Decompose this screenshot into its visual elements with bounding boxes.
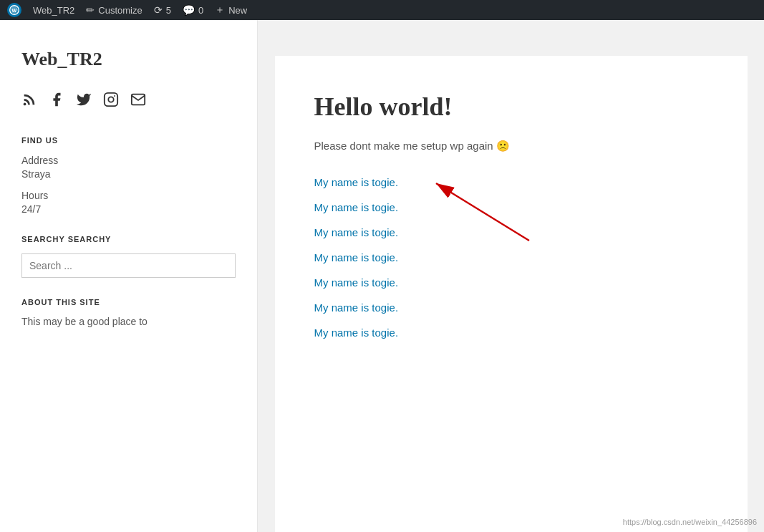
hours-value: 24/7 — [21, 203, 236, 215]
customize-icon: ✏ — [86, 4, 95, 16]
site-name-label: Web_TR2 — [33, 5, 74, 16]
about-title: ABOUT THIS SITE — [21, 298, 236, 306]
sidebar: Web_TR2 — [0, 20, 258, 532]
customize-label: Customize — [98, 5, 142, 16]
customize-button[interactable]: ✏ Customize — [86, 4, 142, 16]
new-button[interactable]: ＋ New — [215, 4, 247, 16]
post-line-1-link[interactable]: My name is togie. — [314, 176, 399, 188]
address-label: Address — [21, 155, 236, 166]
svg-text:W: W — [12, 8, 17, 13]
post-line-7: My name is togie. — [314, 327, 708, 339]
content-card: Hello world! Please dont make me setup w… — [275, 56, 748, 532]
post-title: Hello world! — [314, 92, 708, 122]
updates-count: 5 — [166, 5, 171, 16]
post-line-5-link[interactable]: My name is togie. — [314, 276, 399, 289]
post-line-1: My name is togie. — [314, 176, 708, 188]
post-line-5: My name is togie. — [314, 276, 708, 289]
post-lines: My name is togie. My name is togie. My n… — [314, 176, 708, 352]
post-line-6: My name is togie. — [314, 301, 708, 314]
twitter-icon[interactable] — [76, 92, 92, 111]
updates-button[interactable]: ⟳ 5 — [154, 4, 171, 16]
new-icon: ＋ — [215, 4, 225, 16]
post-line-4: My name is togie. — [314, 251, 708, 263]
updates-icon: ⟳ — [154, 4, 163, 16]
about-section: ABOUT THIS SITE This may be a good place… — [21, 298, 236, 329]
hours-label: Hours — [21, 190, 236, 201]
svg-point-5 — [114, 95, 115, 97]
new-label: New — [228, 5, 247, 16]
search-section: SEARCHY SEARCHY — [21, 235, 236, 278]
post-line-6-link[interactable]: My name is togie. — [314, 301, 399, 314]
search-section-title: SEARCHY SEARCHY — [21, 235, 236, 243]
svg-rect-3 — [105, 93, 117, 106]
comments-button[interactable]: 💬 0 — [183, 4, 203, 16]
instagram-icon[interactable] — [103, 92, 119, 111]
post-line-2-link[interactable]: My name is togie. — [314, 201, 399, 213]
post-line-4-link[interactable]: My name is togie. — [314, 251, 399, 263]
search-input[interactable] — [21, 253, 236, 278]
wp-icon: W — [7, 3, 21, 17]
email-icon[interactable] — [130, 92, 146, 111]
comments-count: 0 — [198, 5, 203, 16]
watermark: https://blog.csdn.net/weixin_44256896 — [623, 518, 757, 526]
comments-icon: 💬 — [183, 4, 195, 16]
svg-point-4 — [108, 97, 113, 102]
post-excerpt: Please dont make me setup wp again 🙁 — [314, 137, 708, 155]
admin-bar: W Web_TR2 ✏ Customize ⟳ 5 💬 0 ＋ New — [0, 0, 764, 20]
address-value: Straya — [21, 168, 236, 180]
post-line-7-link[interactable]: My name is togie. — [314, 327, 399, 339]
social-icons — [21, 92, 236, 111]
main-content: Hello world! Please dont make me setup w… — [258, 20, 764, 532]
wp-logo-button[interactable]: W — [7, 3, 21, 17]
site-title: Web_TR2 — [21, 49, 236, 70]
post-line-2: My name is togie. — [314, 201, 708, 213]
about-text: This may be a good place to — [21, 314, 236, 329]
svg-point-2 — [24, 103, 26, 106]
facebook-icon[interactable] — [49, 92, 64, 111]
page-wrapper: Web_TR2 — [0, 20, 764, 532]
post-line-3-link[interactable]: My name is togie. — [314, 226, 399, 238]
rss-icon[interactable] — [21, 92, 37, 111]
site-name-button[interactable]: Web_TR2 — [33, 5, 74, 16]
find-us-section: FIND US Address Straya Hours 24/7 — [21, 136, 236, 215]
find-us-title: FIND US — [21, 136, 236, 145]
post-line-3: My name is togie. — [314, 226, 708, 238]
